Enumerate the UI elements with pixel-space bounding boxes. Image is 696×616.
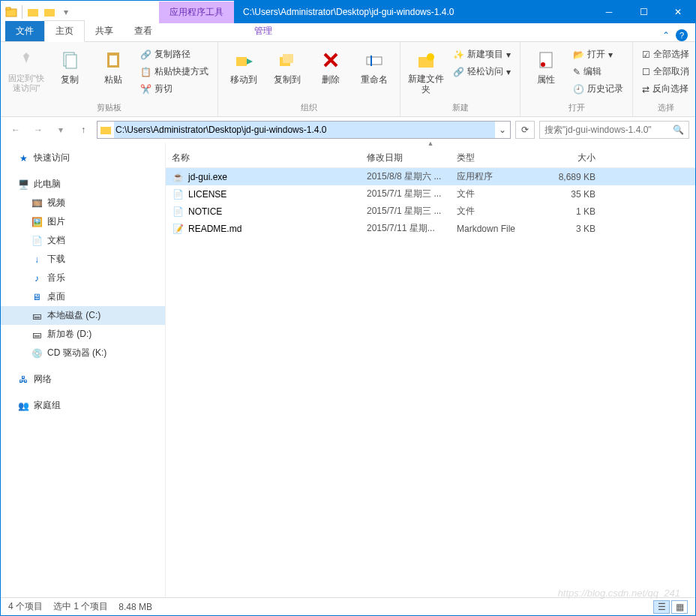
edit-button[interactable]: ✎编辑 xyxy=(570,64,626,80)
sidebar-item-thispc[interactable]: 🖥️此电脑 xyxy=(1,175,165,194)
chevron-down-icon: ▾ xyxy=(608,50,613,60)
picture-icon: 🖼️ xyxy=(31,216,43,228)
refresh-button[interactable]: ⟳ xyxy=(515,121,535,139)
sidebar-item-ddrive[interactable]: 🖴新加卷 (D:) xyxy=(1,325,165,344)
copyto-button[interactable]: 复制到 xyxy=(268,45,307,89)
minimize-button[interactable]: ─ xyxy=(592,1,626,23)
document-icon: 📄 xyxy=(31,235,43,247)
sidebar-item-downloads[interactable]: ↓下载 xyxy=(1,250,165,269)
newfolder-button[interactable]: 新建文件夹 xyxy=(406,45,446,98)
sidebar-item-cdrom[interactable]: 💿CD 驱动器 (K:) xyxy=(1,344,165,362)
col-name[interactable]: 名称 xyxy=(172,152,367,164)
address-input[interactable] xyxy=(114,122,495,138)
pasteshortcut-button[interactable]: 📋粘贴快捷方式 xyxy=(137,64,212,80)
chevron-down-icon: ▾ xyxy=(506,50,511,60)
properties-button[interactable]: 属性 xyxy=(526,45,566,89)
easyaccess-icon: 🔗 xyxy=(453,67,464,77)
forward-button[interactable]: → xyxy=(29,121,47,139)
pin-icon xyxy=(14,48,38,72)
pin-button[interactable]: 固定到"快速访问" xyxy=(7,45,46,96)
copy-button[interactable]: 复制 xyxy=(50,45,89,89)
file-icon: 📝 xyxy=(172,223,184,235)
svg-rect-2 xyxy=(28,9,38,17)
moveto-button[interactable]: 移动到 xyxy=(224,45,263,89)
search-input[interactable] xyxy=(544,125,673,135)
help-icon[interactable]: ? xyxy=(676,29,688,41)
history-button[interactable]: 🕘历史记录 xyxy=(570,81,626,97)
col-date[interactable]: 修改日期 xyxy=(367,152,457,164)
status-count: 4 个项目 xyxy=(8,600,43,613)
copypath-icon: 🔗 xyxy=(140,50,152,60)
copypath-button[interactable]: 🔗复制路径 xyxy=(137,47,212,62)
svg-rect-7 xyxy=(110,56,117,65)
file-name: jd-gui.exe xyxy=(188,172,227,182)
tab-file[interactable]: 文件 xyxy=(5,21,44,41)
recent-button[interactable]: ▾ xyxy=(52,121,70,139)
invertsel-button[interactable]: ⇄反向选择 xyxy=(639,81,692,97)
col-type[interactable]: 类型 xyxy=(457,152,543,164)
sidebar-item-quickaccess[interactable]: ★快速访问 xyxy=(1,149,165,167)
selectnone-icon: ☐ xyxy=(642,67,650,77)
sidebar-item-pictures[interactable]: 🖼️图片 xyxy=(1,212,165,231)
rename-button[interactable]: 重命名 xyxy=(355,45,394,89)
sidebar-item-music[interactable]: ♪音乐 xyxy=(1,269,165,287)
sidebar-item-documents[interactable]: 📄文档 xyxy=(1,231,165,250)
sidebar-item-homegroup[interactable]: 👥家庭组 xyxy=(1,396,165,415)
open-button[interactable]: 📂打开▾ xyxy=(570,47,626,62)
table-row[interactable]: 📄NOTICE2015/7/1 星期三 ...文件1 KB xyxy=(166,203,695,220)
tab-home[interactable]: 主页 xyxy=(44,20,85,42)
sidebar-item-videos[interactable]: 🎞️视频 xyxy=(1,194,165,212)
moveto-icon xyxy=(232,48,256,72)
delete-icon xyxy=(319,48,343,72)
easyaccess-button[interactable]: 🔗轻松访问▾ xyxy=(450,64,514,80)
search-box[interactable]: 🔍 xyxy=(539,121,689,139)
cut-button[interactable]: ✂️剪切 xyxy=(137,81,212,97)
context-tab-label: 应用程序工具 xyxy=(159,2,234,23)
close-button[interactable]: ✕ xyxy=(661,1,695,23)
table-row[interactable]: 📄LICENSE2015/7/1 星期三 ...文件35 KB xyxy=(166,185,695,203)
folder-icon[interactable] xyxy=(4,5,19,20)
qat-btn-1[interactable] xyxy=(26,5,40,20)
col-size[interactable]: 大小 xyxy=(543,152,596,164)
qat-btn-2[interactable] xyxy=(42,5,57,20)
svg-rect-11 xyxy=(367,57,382,65)
ribbon-group-organize: 移动到 复制到 删除 重命名 组织 xyxy=(218,42,400,116)
table-row[interactable]: ☕jd-gui.exe2015/8/8 星期六 ...应用程序8,689 KB xyxy=(166,168,695,185)
view-details-button[interactable]: ☰ xyxy=(653,600,670,614)
file-icon: 📄 xyxy=(172,188,184,200)
svg-rect-10 xyxy=(283,54,293,63)
qat-overflow[interactable]: ▾ xyxy=(58,5,74,20)
sidebar: ★快速访问 🖥️此电脑 🎞️视频 🖼️图片 📄文档 ↓下载 ♪音乐 🖥桌面 🖴本… xyxy=(1,143,166,597)
copyto-icon xyxy=(275,48,299,72)
back-button[interactable]: ← xyxy=(7,121,25,139)
tab-view[interactable]: 查看 xyxy=(124,21,163,41)
up-button[interactable]: ↑ xyxy=(74,121,92,139)
file-size: 1 KB xyxy=(543,206,596,217)
view-icons-button[interactable]: ▦ xyxy=(671,600,688,614)
tab-manage[interactable]: 管理 xyxy=(244,21,283,41)
tab-share[interactable]: 共享 xyxy=(85,21,124,41)
file-date: 2015/7/11 星期... xyxy=(367,222,457,235)
window-title: C:\Users\Administrator\Desktop\jd-gui-wi… xyxy=(234,1,592,23)
file-type: 文件 xyxy=(457,188,543,200)
status-bar: 4 个项目 选中 1 个项目 8.48 MB ☰ ▦ xyxy=(1,597,695,615)
ribbon-group-new: 新建文件夹 ✨新建项目▾ 🔗轻松访问▾ 新建 xyxy=(400,42,520,116)
address-bar[interactable]: ⌄ xyxy=(97,121,511,139)
address-dropdown-icon[interactable]: ⌄ xyxy=(495,125,510,135)
maximize-button[interactable]: ☐ xyxy=(626,1,661,23)
sidebar-item-network[interactable]: 🖧网络 xyxy=(1,370,165,389)
file-date: 2015/7/1 星期三 ... xyxy=(367,205,457,218)
table-row[interactable]: 📝README.md2015/7/11 星期...Markdown File3 … xyxy=(166,220,695,237)
file-rows: ☕jd-gui.exe2015/8/8 星期六 ...应用程序8,689 KB📄… xyxy=(166,168,695,597)
ribbon-group-open: 属性 📂打开▾ ✎编辑 🕘历史记录 打开 xyxy=(520,42,633,116)
newitem-button[interactable]: ✨新建项目▾ xyxy=(450,47,514,62)
selectnone-button[interactable]: ☐全部取消 xyxy=(639,64,692,80)
minimize-ribbon-icon[interactable]: ⌃ xyxy=(662,30,670,41)
sidebar-item-desktop[interactable]: 🖥桌面 xyxy=(1,287,165,306)
window-controls: ─ ☐ ✕ xyxy=(592,1,695,23)
quick-access-toolbar: ▾ xyxy=(1,5,76,20)
paste-button[interactable]: 粘贴 xyxy=(94,45,133,89)
selectall-button[interactable]: ☑全部选择 xyxy=(639,47,692,62)
sidebar-item-cdrive[interactable]: 🖴本地磁盘 (C:) xyxy=(1,306,165,325)
delete-button[interactable]: 删除 xyxy=(311,45,350,89)
